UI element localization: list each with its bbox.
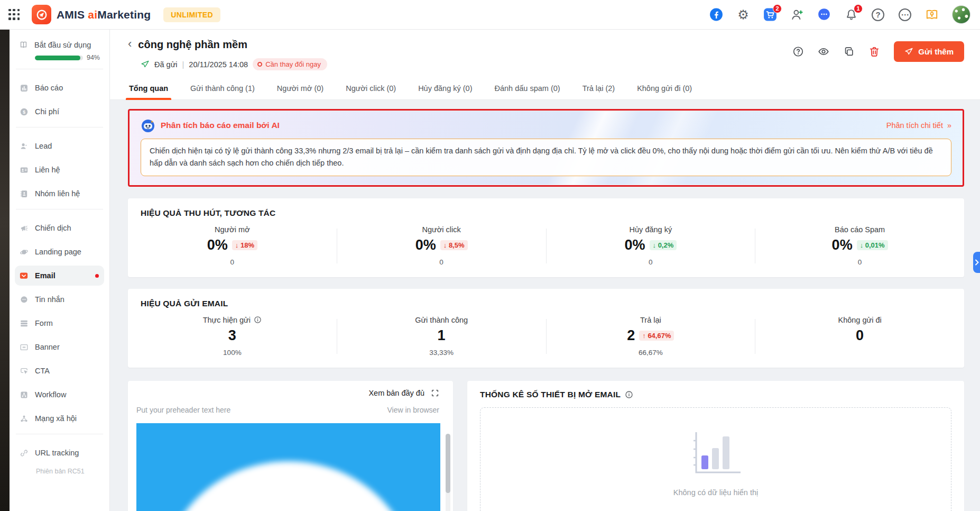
sidebar-item-chi-phi[interactable]: $ Chi phí xyxy=(15,102,104,122)
tab-tra-lai[interactable]: Trả lại (2) xyxy=(581,78,616,99)
tab-nguoi-mo[interactable]: Người mở (0) xyxy=(276,78,325,99)
add-user-icon[interactable] xyxy=(790,8,804,22)
sidebar-divider xyxy=(16,69,103,69)
tab-danh-dau-spam[interactable]: Đánh dấu spam (0) xyxy=(494,78,561,99)
preview-scrollbar-thumb[interactable] xyxy=(446,434,450,493)
facebook-icon[interactable] xyxy=(709,8,723,22)
cost-dollar-icon: $ xyxy=(19,107,29,116)
view-in-browser-link[interactable]: View in browser xyxy=(387,406,439,414)
device-stats-heading: THỐNG KÊ SỐ THIẾT BỊ MỞ EMAIL xyxy=(480,390,621,399)
status-alert-badge: Cần thay đổi ngay xyxy=(253,58,327,70)
sidebar-item-url-tracking[interactable]: URL tracking xyxy=(15,443,104,463)
sidebar-item-label: Mạng xã hội xyxy=(35,414,77,423)
metric-nguoi-mo: Người mở 0%↓ 18% 0 xyxy=(128,225,337,267)
landing-planet-icon xyxy=(19,247,29,257)
delta-badge: ↓ 0,2% xyxy=(650,240,677,250)
sidebar-item-label: Báo cáo xyxy=(35,84,63,92)
workflow-tree-icon xyxy=(19,390,29,399)
ai-analysis-highlight: Phân tích báo cáo email bởi AI Phân tích… xyxy=(128,109,964,187)
sidebar-item-cta[interactable]: CTA xyxy=(15,361,104,381)
email-unread-dot xyxy=(95,274,99,278)
delivery-card: HIỆU QUẢ GỬI EMAIL Thực hiện gửi 3 100% … xyxy=(128,289,964,368)
sidebar-item-workflow[interactable]: Workflow xyxy=(15,385,104,405)
preview-scrollbar[interactable] xyxy=(446,434,450,511)
delta-badge: ↑ 64,67% xyxy=(639,331,674,341)
info-icon[interactable] xyxy=(625,390,633,399)
user-avatar[interactable] xyxy=(952,5,970,24)
sidebar-item-getting-started[interactable]: Bắt đầu sử dụng 94% xyxy=(15,38,104,63)
sidebar-item-label: Form xyxy=(35,319,53,327)
device-stats-card: THỐNG KÊ SỐ THIẾT BỊ MỞ EMAIL Không có d… xyxy=(467,381,964,511)
contact-card-icon xyxy=(19,165,29,175)
sidebar-item-label: CTA xyxy=(35,367,50,375)
notification-badge: 1 xyxy=(854,4,863,13)
sidebar-item-banner[interactable]: Banner xyxy=(15,337,104,357)
sidebar-item-nhom-lien-he[interactable]: Nhóm liên hệ xyxy=(15,184,104,204)
metric-thuc-hien-gui: Thực hiện gửi 3 100% xyxy=(128,316,337,357)
sent-plane-icon xyxy=(141,60,150,69)
tab-huy-dang-ky[interactable]: Hủy đăng ký (0) xyxy=(417,78,473,99)
sidebar-item-label: Chiến dịch xyxy=(35,224,71,232)
sidebar-divider xyxy=(16,209,103,209)
metric-bao-cao-spam: Báo cáo Spam 0%↓ 0,01% 0 xyxy=(755,225,964,267)
cta-cursor-icon xyxy=(19,366,29,376)
expand-icon[interactable] xyxy=(431,389,439,397)
metric-nguoi-click: Người click 0%↓ 8,5% 0 xyxy=(337,225,546,267)
whats-new-icon[interactable] xyxy=(925,8,939,22)
metric-khong-gui-di: Không gửi đi 0 xyxy=(755,316,964,357)
email-banner-image xyxy=(136,423,440,511)
app-launcher-icon[interactable] xyxy=(8,9,20,21)
back-button[interactable]: ‹ xyxy=(128,38,132,51)
sidebar-item-label: Bắt đầu sử dụng xyxy=(34,41,91,49)
sidebar-item-label: Banner xyxy=(35,343,60,351)
metric-huy-dang-ky: Hủy đăng ký 0%↓ 0,2% 0 xyxy=(547,225,755,267)
metric-tra-lai: Trả lại 2↑ 64,67% 66,67% xyxy=(547,316,755,357)
banner-cloud-shape xyxy=(164,461,413,511)
delete-trash-icon[interactable] xyxy=(868,46,880,58)
sidebar: Bắt đầu sử dụng 94% Báo cáo $ Chi phí xyxy=(10,30,110,511)
sidebar-item-email[interactable]: Email xyxy=(15,266,104,286)
side-panel-toggle[interactable] xyxy=(973,252,980,273)
help-icon[interactable]: ? xyxy=(871,8,885,22)
sidebar-item-label: Tin nhắn xyxy=(35,295,64,304)
duplicate-copy-icon[interactable] xyxy=(843,46,855,58)
settings-gear-icon[interactable]: ⚙ xyxy=(736,8,750,22)
delta-badge: ↓ 8,5% xyxy=(440,240,468,250)
chat-icon[interactable] xyxy=(817,8,831,22)
tab-tong-quan[interactable]: Tổng quan xyxy=(128,78,169,99)
tab-khong-gui-di[interactable]: Không gửi đi (0) xyxy=(636,78,693,99)
tab-bar: Tổng quan Gửi thành công (1) Người mở (0… xyxy=(110,78,980,100)
page-header: ‹ công nghệ phần mềm Đã gửi | 20/11/2025… xyxy=(110,30,980,78)
sidebar-item-bao-cao[interactable]: Báo cáo xyxy=(15,78,104,98)
full-view-link[interactable]: Xem bản đầy đủ xyxy=(368,389,424,397)
sidebar-item-label: Email xyxy=(35,271,56,280)
amis-logo[interactable] xyxy=(32,5,51,24)
cart-icon[interactable]: 2 xyxy=(763,8,777,22)
tab-nguoi-click[interactable]: Người click (0) xyxy=(345,78,397,99)
getting-started-percent: 94% xyxy=(87,54,100,61)
preview-eye-icon[interactable] xyxy=(818,46,829,58)
sidebar-item-lien-he[interactable]: Liên hệ xyxy=(15,160,104,180)
sidebar-item-lead[interactable]: Lead xyxy=(15,136,104,156)
sidebar-item-mang-xa-hoi[interactable]: Mạng xã hội xyxy=(15,408,104,428)
sidebar-item-chien-dich[interactable]: Chiến dịch xyxy=(15,218,104,238)
more-options-icon[interactable]: ⋯ xyxy=(898,8,912,22)
metric-gui-thanh-cong: Gửi thành công 1 33,33% xyxy=(337,316,546,357)
help-circle-icon[interactable] xyxy=(792,46,804,58)
info-icon[interactable] xyxy=(254,316,262,324)
banner-frame-icon xyxy=(19,342,29,352)
social-share-icon xyxy=(19,414,29,423)
tab-gui-thanh-cong[interactable]: Gửi thành công (1) xyxy=(189,78,256,99)
ai-detail-link[interactable]: Phân tích chi tiết» xyxy=(886,121,951,130)
empty-state-box: Không có dữ liệu hiển thị xyxy=(480,407,951,511)
sidebar-item-tin-nhan[interactable]: Tin nhắn xyxy=(15,289,104,309)
ai-robot-icon xyxy=(141,118,155,133)
ai-analysis-section: Phân tích báo cáo email bởi AI Phân tích… xyxy=(130,111,962,185)
sidebar-item-form[interactable]: Form xyxy=(15,313,104,333)
sidebar-item-landing-page[interactable]: Landing page xyxy=(15,242,104,262)
send-more-button[interactable]: Gửi thêm xyxy=(894,41,964,62)
email-preview-card: Xem bản đầy đủ Put your preheader text h… xyxy=(128,381,453,511)
notifications-bell-icon[interactable]: 1 xyxy=(844,8,858,22)
getting-started-progress-fill xyxy=(35,56,80,60)
body: Bắt đầu sử dụng 94% Báo cáo $ Chi phí xyxy=(0,30,980,511)
